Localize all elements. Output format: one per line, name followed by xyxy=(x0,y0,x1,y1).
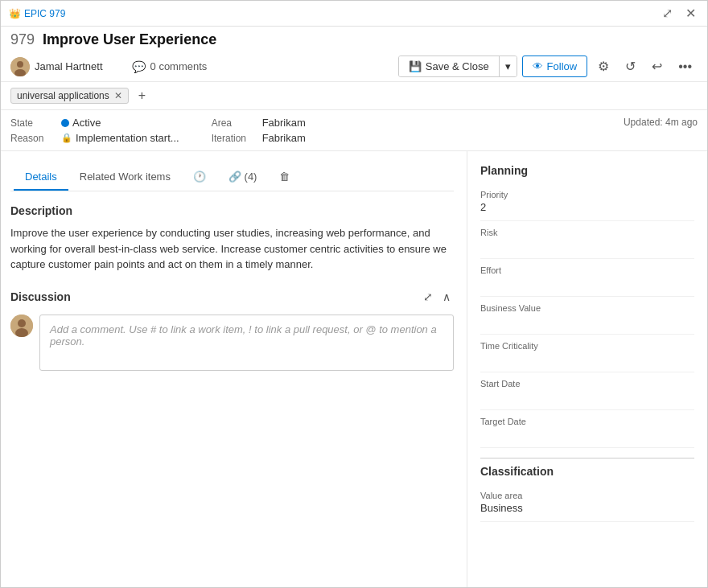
field-value xyxy=(480,352,694,365)
planning-field-start-date: Start Date xyxy=(480,372,694,410)
comment-placeholder: Add a comment. Use # to link a work item… xyxy=(50,323,437,347)
right-panel: Planning Priority 2 Risk Effort Business… xyxy=(467,151,707,587)
description-text: Improve the user experience by conductin… xyxy=(10,225,454,273)
meta-group-state-reason: State Active Reason 🔒 Implementation sta… xyxy=(10,117,179,144)
discussion-actions: ⤢ ∧ xyxy=(420,289,454,305)
meta-row: State Active Reason 🔒 Implementation sta… xyxy=(1,110,707,151)
field-label: Target Date xyxy=(480,417,694,426)
expand-button[interactable]: ⤢ xyxy=(659,4,676,23)
planning-field-business-value: Business Value xyxy=(480,297,694,335)
tab-details[interactable]: Details xyxy=(14,164,68,191)
classification-field-value-area: Value area Business xyxy=(480,484,694,522)
planning-field-effort: Effort xyxy=(480,259,694,297)
top-bar: 👑 EPIC 979 ⤢ ✕ xyxy=(1,1,707,27)
epic-link-label: EPIC 979 xyxy=(24,8,65,19)
svg-point-4 xyxy=(18,319,26,327)
comment-avatar xyxy=(10,315,33,337)
field-value xyxy=(480,277,694,290)
meta-group-area-iteration: Area Fabrikam Iteration Fabrikam xyxy=(212,117,624,144)
planning-field-time-criticality: Time Criticality xyxy=(480,335,694,372)
tab-attachments[interactable]: 🗑 xyxy=(268,164,301,191)
comment-icon: 💬 xyxy=(132,60,146,73)
top-bar-left: 👑 EPIC 979 xyxy=(9,8,65,19)
field-value: 2 xyxy=(480,201,694,214)
reason-label: Reason xyxy=(10,133,55,144)
top-bar-right: ⤢ ✕ xyxy=(659,4,699,23)
area-value: Fabrikam xyxy=(262,117,306,129)
tag-close-button[interactable]: ✕ xyxy=(113,90,122,101)
left-panel: Details Related Work items 🕐 🔗 (4) 🗑 Des… xyxy=(1,151,467,587)
work-item-window: 👑 EPIC 979 ⤢ ✕ 979 Improve User Experien… xyxy=(0,0,708,588)
comment-input[interactable]: Add a comment. Use # to link a work item… xyxy=(39,315,454,371)
comments-count: 💬 0 comments xyxy=(132,60,208,73)
field-label: Value area xyxy=(480,491,694,500)
field-label: Business Value xyxy=(480,303,694,313)
refresh-icon: ↺ xyxy=(625,59,636,74)
content-area: Details Related Work items 🕐 🔗 (4) 🗑 Des… xyxy=(1,151,707,587)
crown-icon: 👑 xyxy=(9,8,21,19)
discussion-collapse-button[interactable]: ∧ xyxy=(439,289,454,305)
section-divider xyxy=(480,458,694,458)
expand-icon: ⤢ xyxy=(662,6,673,21)
tab-details-label: Details xyxy=(25,171,57,183)
reason-text: Implementation start... xyxy=(76,132,179,144)
discussion-header: Discussion ⤢ ∧ xyxy=(10,289,454,305)
close-button[interactable]: ✕ xyxy=(682,4,699,23)
work-item-id: 979 xyxy=(10,31,35,48)
field-label: Risk xyxy=(480,228,694,237)
settings-icon: ⚙ xyxy=(598,59,609,74)
undo-icon: ↩ xyxy=(652,59,662,74)
tab-related-label: Related Work items xyxy=(80,171,171,183)
attachments-icon: 🗑 xyxy=(279,171,290,183)
field-label: Effort xyxy=(480,265,694,275)
area-label: Area xyxy=(212,117,256,129)
tags-row: universal applications ✕ + xyxy=(1,82,707,110)
planning-field-target-date: Target Date xyxy=(480,410,694,448)
tag-universal-applications: universal applications ✕ xyxy=(10,88,129,104)
field-label: Time Criticality xyxy=(480,341,694,351)
updated-text: Updated: 4m ago xyxy=(624,117,698,128)
author-actions-row: Jamal Hartnett 💬 0 comments 💾 Save & Clo… xyxy=(1,51,707,82)
more-icon: ••• xyxy=(678,60,692,74)
follow-button[interactable]: 👁 Follow xyxy=(522,56,588,77)
reason-value: 🔒 Implementation start... xyxy=(61,132,179,144)
svg-point-1 xyxy=(17,61,23,68)
comment-row: Add a comment. Use # to link a work item… xyxy=(10,315,454,371)
title-row: 979 Improve User Experience xyxy=(1,27,707,51)
add-tag-button[interactable]: + xyxy=(134,86,150,105)
field-label: Start Date xyxy=(480,379,694,389)
state-value: Active xyxy=(61,117,101,129)
discussion-expand-button[interactable]: ⤢ xyxy=(420,289,436,305)
epic-link[interactable]: 👑 EPIC 979 xyxy=(9,8,65,19)
save-close-main-button[interactable]: 💾 Save & Close xyxy=(399,56,499,76)
follow-label: Follow xyxy=(547,60,578,72)
field-value: Business xyxy=(480,502,694,515)
planning-grid: Priority 2 Risk Effort Business Value Ti… xyxy=(480,183,694,448)
tab-history[interactable]: 🕐 xyxy=(182,164,217,191)
iteration-value: Fabrikam xyxy=(262,132,306,144)
meta-area-field: Area Fabrikam xyxy=(212,117,624,129)
save-icon: 💾 xyxy=(409,60,422,72)
link-icon: 🔗 xyxy=(228,171,241,183)
settings-button[interactable]: ⚙ xyxy=(592,55,615,78)
save-close-dropdown-button[interactable]: ▾ xyxy=(499,56,517,76)
tab-links[interactable]: 🔗 (4) xyxy=(217,164,269,191)
description-title: Description xyxy=(10,204,454,217)
tag-label: universal applications xyxy=(17,90,109,101)
toolbar-actions: 💾 Save & Close ▾ 👁 Follow ⚙ ↺ ↩ • xyxy=(398,55,698,78)
field-value xyxy=(480,428,694,441)
planning-field-priority: Priority 2 xyxy=(480,183,694,221)
iteration-label: Iteration xyxy=(212,133,256,144)
state-label: State xyxy=(10,117,55,129)
state-dot xyxy=(61,119,69,127)
meta-reason-field: Reason 🔒 Implementation start... xyxy=(10,132,179,144)
refresh-button[interactable]: ↺ xyxy=(620,55,641,78)
tabs: Details Related Work items 🕐 🔗 (4) 🗑 xyxy=(10,164,454,191)
comments-text: 0 comments xyxy=(150,60,208,72)
undo-button[interactable]: ↩ xyxy=(646,55,668,78)
lock-icon: 🔒 xyxy=(61,133,72,143)
field-value xyxy=(480,390,694,403)
tab-related-work-items[interactable]: Related Work items xyxy=(68,164,182,191)
history-icon: 🕐 xyxy=(193,171,206,183)
more-button[interactable]: ••• xyxy=(673,56,698,78)
